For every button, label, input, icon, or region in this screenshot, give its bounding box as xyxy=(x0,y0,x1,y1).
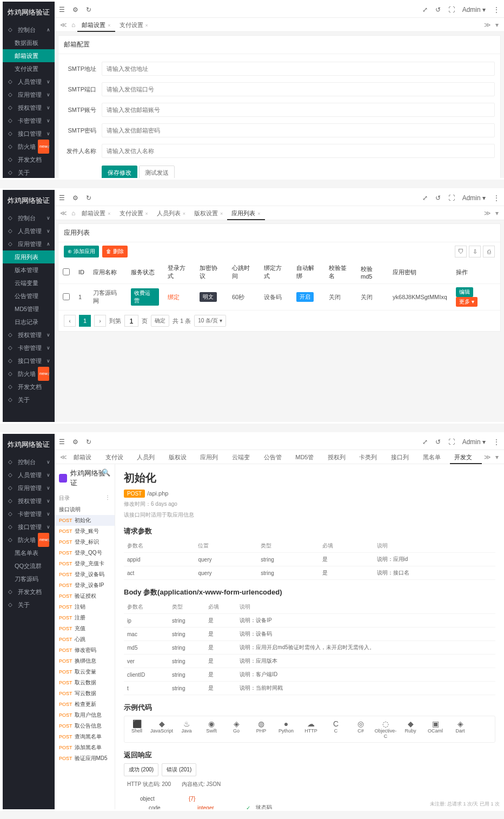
tabs-next[interactable]: ≫ xyxy=(482,453,493,461)
tab-home[interactable]: ⌂ xyxy=(69,209,77,217)
search-icon[interactable]: 🔍 xyxy=(102,468,110,477)
endpoint-item[interactable]: POST取云数据 xyxy=(55,677,115,688)
tab[interactable]: 版权设置× xyxy=(164,450,196,464)
sidebar-item[interactable]: ◇防火墙new∨ xyxy=(3,367,55,380)
tabs-dropdown[interactable]: ▾ xyxy=(493,21,501,29)
sidebar-item[interactable]: MD5管理 xyxy=(3,302,55,315)
tab[interactable]: 云端变量× xyxy=(228,450,260,464)
add-app-button[interactable]: ⊕ 添加应用 xyxy=(64,246,99,257)
tab[interactable]: 卡类列表× xyxy=(355,450,387,464)
sidebar-item[interactable]: ◇授权管理∨ xyxy=(3,328,55,341)
code-lang-tab[interactable]: ◈Dart xyxy=(448,716,473,742)
tab[interactable]: 邮箱设置× xyxy=(77,18,115,32)
fullscreen-icon[interactable]: ⛶ xyxy=(448,438,455,446)
tab[interactable]: 版权设置× xyxy=(190,206,227,220)
fullscreen-icon[interactable]: ⛶ xyxy=(448,6,455,14)
tab[interactable]: 授权列表× xyxy=(323,450,355,464)
tabs-next[interactable]: ≫ xyxy=(482,21,493,29)
sidebar-item[interactable]: ◇开发文档 xyxy=(3,585,55,598)
sidebar-item[interactable]: 云端变量 xyxy=(3,276,55,289)
endpoint-item[interactable]: POST取用户信息 xyxy=(55,710,115,721)
endpoint-item[interactable]: POST登录_账号 xyxy=(55,526,115,537)
more-button[interactable]: 更多 ▾ xyxy=(456,297,478,307)
sidebar-item[interactable]: ◇控制台∨ xyxy=(3,212,55,224)
code-lang-tab[interactable]: ◍PHP xyxy=(249,716,274,742)
sidebar-item[interactable]: ◇卡密管理∨ xyxy=(3,114,55,127)
sidebar-item[interactable]: 数据面板 xyxy=(3,36,55,49)
tabs-prev[interactable]: ≪ xyxy=(58,21,69,29)
more-icon[interactable]: ⋮ xyxy=(493,194,500,202)
endpoint-item[interactable]: POST添加黑名单 xyxy=(55,742,115,753)
page-next[interactable]: › xyxy=(94,315,106,327)
page-prev[interactable]: ‹ xyxy=(64,315,76,327)
sidebar-item[interactable]: ◇卡密管理∨ xyxy=(3,507,55,520)
code-lang-tab[interactable]: ●Python xyxy=(274,716,299,742)
sidebar-item[interactable]: ◇授权管理∨ xyxy=(3,494,55,507)
tabs-next[interactable]: ≫ xyxy=(482,209,493,217)
fullscreen-icon[interactable]: ⛶ xyxy=(448,194,455,202)
refresh-icon[interactable]: ↻ xyxy=(86,194,91,202)
code-lang-tab[interactable]: CC xyxy=(323,716,348,742)
sidebar-item[interactable]: ◇开发文档 xyxy=(3,380,55,393)
text-input[interactable] xyxy=(102,144,495,158)
sidebar-item[interactable]: ◇接口管理∨ xyxy=(3,127,55,140)
endpoint-item[interactable]: POST修改密码 xyxy=(55,645,115,656)
tab[interactable]: 人员列表× xyxy=(152,206,190,220)
code-lang-tab[interactable]: ◌Objective-C xyxy=(373,716,398,742)
page-go-button[interactable]: 确定 xyxy=(151,315,169,327)
sidebar-item[interactable]: ◇控制台∨ xyxy=(3,455,55,468)
sidebar-item[interactable]: ◇卡密管理∨ xyxy=(3,341,55,354)
tab[interactable]: 应用列表× xyxy=(196,450,228,464)
endpoint-item[interactable]: POST验证应用MD5 xyxy=(55,753,115,764)
menu-toggle-icon[interactable]: ☰ xyxy=(59,6,65,14)
endpoint-item[interactable]: POST登录_标识 xyxy=(55,537,115,547)
endpoint-item[interactable]: POST登录_设备IP xyxy=(55,580,115,591)
endpoint-item[interactable]: POST注销 xyxy=(55,602,115,612)
tabs-dropdown[interactable]: ▾ xyxy=(493,209,501,217)
sidebar-item[interactable]: 邮箱设置 xyxy=(3,49,55,62)
endpoint-item[interactable]: POST检查更新 xyxy=(55,699,115,710)
settings-icon[interactable]: ⚙ xyxy=(72,438,78,446)
sidebar-item[interactable]: ◇开发文档 xyxy=(3,153,55,166)
delete-button[interactable]: 🗑 删除 xyxy=(102,246,128,257)
reload-icon[interactable]: ↺ xyxy=(435,438,441,446)
user-menu[interactable]: Admin ▾ xyxy=(462,6,486,14)
endpoint-item[interactable]: POST初始化 xyxy=(55,515,115,526)
endpoint-item[interactable]: POST取云变量 xyxy=(55,666,115,677)
tab[interactable]: 黑名单表× xyxy=(419,450,450,464)
code-lang-tab[interactable]: ☁HTTP xyxy=(299,716,323,742)
tab[interactable]: 开发文档× xyxy=(450,450,482,464)
tab[interactable]: 支付设置× xyxy=(115,206,152,220)
menu-toggle-icon[interactable]: ☰ xyxy=(59,194,65,202)
tab[interactable]: 支付设置× xyxy=(115,18,152,32)
tabs-prev[interactable]: ≪ xyxy=(58,209,69,217)
code-lang-tab[interactable]: ◉Swift xyxy=(199,716,224,742)
sidebar-item[interactable]: ◇关于 xyxy=(3,393,55,406)
reload-icon[interactable]: ↺ xyxy=(435,6,441,14)
tab[interactable]: 应用列表× xyxy=(227,206,264,220)
sidebar-item[interactable]: ◇人员管理∨ xyxy=(3,224,55,237)
sidebar-item[interactable]: 版本管理 xyxy=(3,263,55,276)
endpoint-item[interactable]: POST查询黑名单 xyxy=(55,731,115,742)
endpoint-item[interactable]: POST取公告信息 xyxy=(55,721,115,731)
endpoint-item[interactable]: POST验证授权 xyxy=(55,591,115,602)
refresh-icon[interactable]: ↻ xyxy=(86,6,91,14)
select-all-checkbox[interactable] xyxy=(63,268,70,275)
tab-home[interactable]: ⌂ xyxy=(69,21,77,29)
row-checkbox[interactable] xyxy=(63,293,70,300)
tab[interactable]: 邮箱设置× xyxy=(77,206,115,220)
endpoint-item[interactable]: POST注册 xyxy=(55,612,115,623)
edit-button[interactable]: 编辑 xyxy=(456,287,473,297)
tab[interactable]: 支付设置× xyxy=(101,450,133,464)
doc-section[interactable]: 接口说明 xyxy=(55,504,115,515)
endpoint-item[interactable]: POST心跳 xyxy=(55,634,115,645)
text-input[interactable] xyxy=(102,62,495,76)
sidebar-item[interactable]: 日志记录 xyxy=(3,315,55,328)
sidebar-item[interactable]: 刀客源码 xyxy=(3,572,55,585)
text-input[interactable] xyxy=(102,123,495,137)
expand-icon[interactable]: ⤢ xyxy=(422,6,428,14)
tab[interactable]: 公告管理× xyxy=(260,450,291,464)
settings-icon[interactable]: ⚙ xyxy=(72,6,78,14)
save-button[interactable]: 保存修改 xyxy=(102,166,137,178)
sidebar-item[interactable]: ◇应用管理∨ xyxy=(3,481,55,494)
